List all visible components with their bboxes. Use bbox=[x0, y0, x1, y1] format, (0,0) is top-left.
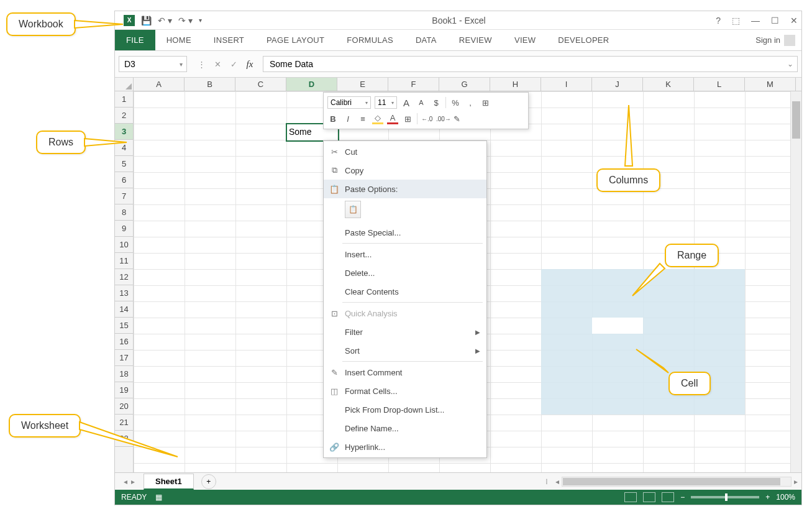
paste-default-icon[interactable]: 📋 bbox=[345, 201, 361, 218]
format-painter-icon[interactable]: ✎ bbox=[451, 114, 462, 124]
name-box[interactable]: D3 bbox=[119, 56, 187, 72]
redo-icon[interactable]: ↷ ▾ bbox=[178, 16, 193, 25]
hscroll-dots-icon[interactable]: ⁞ bbox=[545, 477, 553, 486]
maximize-icon[interactable]: ☐ bbox=[771, 16, 779, 25]
row-header-1[interactable]: 1 bbox=[115, 91, 133, 108]
vscroll-thumb[interactable] bbox=[792, 101, 800, 139]
row-header-16[interactable]: 16 bbox=[115, 334, 133, 350]
row-header-13[interactable]: 13 bbox=[115, 285, 133, 301]
menu-paste-options[interactable]: 📋Paste Options: bbox=[324, 180, 486, 198]
menu-insert[interactable]: Insert... bbox=[324, 245, 486, 264]
menu-pick-list[interactable]: Pick From Drop-down List... bbox=[324, 400, 486, 419]
minimize-icon[interactable]: — bbox=[751, 16, 760, 25]
row-header-11[interactable]: 11 bbox=[115, 253, 133, 269]
menu-sort[interactable]: Sort▶ bbox=[324, 341, 486, 360]
zoom-out-icon[interactable]: − bbox=[680, 493, 685, 502]
ribbon-display-icon[interactable]: ⬚ bbox=[732, 16, 740, 25]
col-header-c[interactable]: C bbox=[235, 78, 286, 91]
hscroll-thumb[interactable] bbox=[563, 478, 780, 485]
italic-icon[interactable]: I bbox=[342, 114, 354, 124]
hscroll-left-icon[interactable]: ◂ bbox=[555, 477, 559, 486]
menu-define-name[interactable]: Define Name... bbox=[324, 419, 486, 438]
decrease-decimal-icon[interactable]: .00→ bbox=[436, 116, 447, 122]
tab-pagelayout[interactable]: PAGE LAYOUT bbox=[255, 30, 335, 50]
col-header-k[interactable]: K bbox=[643, 78, 694, 91]
col-header-j[interactable]: J bbox=[592, 78, 643, 91]
col-header-i[interactable]: I bbox=[541, 78, 592, 91]
tab-data[interactable]: DATA bbox=[404, 30, 448, 50]
tab-developer[interactable]: DEVELOPER bbox=[547, 30, 620, 50]
cancel-icon[interactable]: ✕ bbox=[209, 56, 226, 72]
menu-copy[interactable]: ⧉Copy bbox=[324, 161, 486, 180]
row-header-15[interactable]: 15 bbox=[115, 318, 133, 334]
zoom-slider[interactable] bbox=[691, 496, 759, 498]
save-icon[interactable]: 💾 bbox=[141, 16, 152, 25]
row-header-9[interactable]: 9 bbox=[115, 221, 133, 237]
horizontal-scrollbar[interactable] bbox=[562, 477, 791, 487]
col-header-g[interactable]: G bbox=[439, 78, 490, 91]
menu-insert-comment[interactable]: ✎Insert Comment bbox=[324, 363, 486, 382]
row-header-18[interactable]: 18 bbox=[115, 366, 133, 382]
fx-icon[interactable]: fx bbox=[242, 56, 258, 72]
percent-icon[interactable]: % bbox=[450, 98, 461, 108]
col-header-l[interactable]: L bbox=[694, 78, 745, 91]
tab-home[interactable]: HOME bbox=[155, 30, 203, 50]
tab-nav-left-icon[interactable]: ◂ bbox=[124, 477, 127, 486]
row-header-19[interactable]: 19 bbox=[115, 382, 133, 398]
fontsize-select[interactable]: 11 bbox=[375, 96, 397, 109]
col-header-b[interactable]: B bbox=[185, 78, 235, 91]
vdots-icon[interactable]: ⋮ bbox=[193, 56, 209, 72]
table-icon[interactable]: ⊞ bbox=[480, 98, 491, 108]
row-header-5[interactable]: 5 bbox=[115, 156, 133, 172]
row-header-3[interactable]: 3 bbox=[115, 124, 133, 140]
signin-area[interactable]: Sign in bbox=[755, 30, 801, 50]
hscroll-right-icon[interactable]: ▸ bbox=[794, 477, 798, 486]
tab-insert[interactable]: INSERT bbox=[203, 30, 255, 50]
row-header-17[interactable]: 17 bbox=[115, 350, 133, 366]
fill-color-icon[interactable]: ◇ bbox=[372, 113, 383, 124]
col-header-f[interactable]: F bbox=[388, 78, 439, 91]
menu-hyperlink[interactable]: 🔗Hyperlink... bbox=[324, 438, 486, 456]
tab-formulas[interactable]: FORMULAS bbox=[335, 30, 404, 50]
tab-nav-right-icon[interactable]: ▸ bbox=[131, 477, 135, 486]
col-header-h[interactable]: H bbox=[490, 78, 541, 91]
row-header-14[interactable]: 14 bbox=[115, 301, 133, 318]
select-all-corner[interactable] bbox=[115, 78, 134, 91]
border-icon[interactable]: ⊞ bbox=[402, 114, 413, 124]
vertical-scrollbar[interactable] bbox=[790, 91, 801, 472]
row-header-2[interactable]: 2 bbox=[115, 108, 133, 124]
formula-input[interactable]: Some Data bbox=[263, 56, 798, 72]
undo-icon[interactable]: ↶ ▾ bbox=[158, 16, 172, 25]
normal-view-icon[interactable] bbox=[624, 492, 637, 502]
font-color-icon[interactable]: A bbox=[387, 113, 398, 124]
currency-icon[interactable]: $ bbox=[431, 98, 442, 108]
help-icon[interactable]: ? bbox=[716, 16, 721, 25]
bold-icon[interactable]: B bbox=[327, 114, 339, 124]
col-header-a[interactable]: A bbox=[134, 78, 185, 91]
menu-cut[interactable]: ✂Cut bbox=[324, 142, 486, 161]
row-header-8[interactable]: 8 bbox=[115, 204, 133, 221]
page-layout-view-icon[interactable] bbox=[643, 492, 655, 502]
menu-filter[interactable]: Filter▶ bbox=[324, 323, 486, 341]
macro-record-icon[interactable]: ▦ bbox=[155, 493, 162, 502]
menu-clear[interactable]: Clear Contents bbox=[324, 282, 486, 301]
col-header-d[interactable]: D bbox=[286, 78, 337, 91]
row-header-7[interactable]: 7 bbox=[115, 188, 133, 204]
align-icon[interactable]: ≡ bbox=[357, 114, 368, 124]
col-header-m[interactable]: M bbox=[745, 78, 796, 91]
col-header-e[interactable]: E bbox=[337, 78, 388, 91]
row-header-10[interactable]: 10 bbox=[115, 237, 133, 253]
tab-view[interactable]: VIEW bbox=[503, 30, 547, 50]
zoom-in-icon[interactable]: + bbox=[765, 493, 770, 502]
zoom-thumb[interactable] bbox=[725, 493, 728, 501]
font-select[interactable]: Calibri bbox=[327, 96, 371, 109]
sheet-tab[interactable]: Sheet1 bbox=[144, 474, 194, 490]
pagebreak-view-icon[interactable] bbox=[662, 492, 674, 502]
menu-delete[interactable]: Delete... bbox=[324, 264, 486, 282]
menu-format-cells[interactable]: ◫Format Cells... bbox=[324, 382, 486, 400]
increase-font-icon[interactable]: A bbox=[401, 98, 412, 108]
row-header-12[interactable]: 12 bbox=[115, 269, 133, 285]
row-header-20[interactable]: 20 bbox=[115, 398, 133, 415]
zoom-level[interactable]: 100% bbox=[776, 493, 795, 502]
close-icon[interactable]: ✕ bbox=[790, 16, 798, 25]
